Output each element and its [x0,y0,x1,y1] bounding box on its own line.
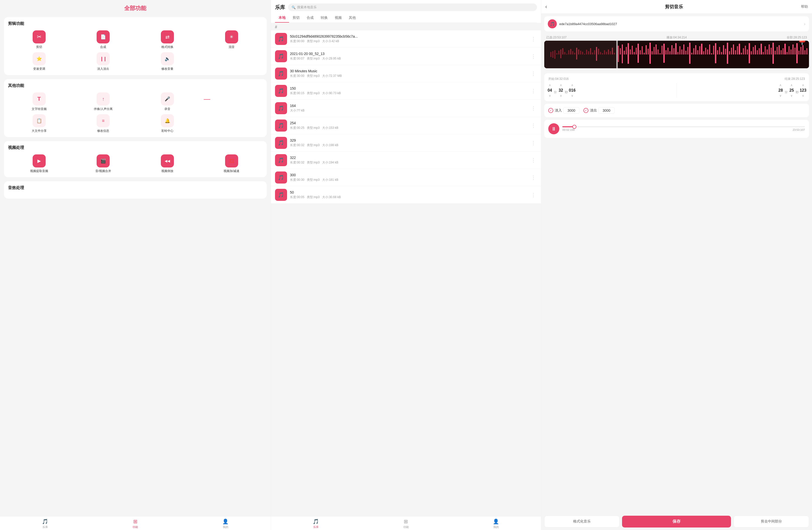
end-hours-down[interactable]: ∨ [778,94,783,98]
track-name: 150 [290,86,527,90]
more-icon[interactable]: ⋮ [530,53,537,59]
more-icon[interactable]: ⋮ [530,105,537,111]
start-min-down[interactable]: ∨ [558,94,564,98]
track-info: 50c01294df9d48902639978235bcb56c7a... 长度… [290,34,527,43]
pause-button[interactable]: ⏸ [548,123,559,134]
help-button[interactable]: 帮助 [801,4,808,9]
track-info: 50 长度:00:05 类型:mp3 大小:30.68 kB [290,190,527,199]
end-minutes: ∧ 25 ∨ [789,83,795,98]
time-selected: 已选:23:53:107 [546,35,567,40]
func-ringtone[interactable]: 🔔 彩铃中心 [136,114,199,133]
list-item[interactable]: 🎵 254 长度:00:25 类型:mp3 大小:153 kB ⋮ [271,117,541,134]
back-button[interactable]: ‹ [545,3,547,10]
tab-cut[interactable]: 剪切 [289,14,303,23]
func-info[interactable]: ≡ 修改信息 [72,114,134,133]
playback-times: 00:02:198 23:53:107 [562,128,805,131]
end-label: 结束:28:25:123 [785,77,805,81]
nav2-library-icon: 🎵 [313,518,319,525]
list-item[interactable]: 🎵 329 长度:00:32 类型:mp3 大小:198 kB ⋮ [271,134,541,152]
speed2-icon: 💢 [225,154,238,168]
end-min-up[interactable]: ∧ [789,83,794,87]
end-sec-down[interactable]: ∨ [800,94,806,98]
more-icon[interactable]: ⋮ [530,174,537,181]
start-hours-up[interactable]: ∧ [547,83,553,87]
nav1-mine[interactable]: 👤 我的 [180,518,271,529]
start-sec-up[interactable]: ∧ [570,83,575,87]
func-share[interactable]: 📋 大文件分享 [8,114,70,133]
more-icon[interactable]: ⋮ [530,157,537,163]
tab-local[interactable]: 本地 [275,14,289,23]
nav1-function[interactable]: ⊞ 功能 [90,518,181,529]
editor-track-row[interactable]: 🎵 ede7a1b89a4474cc03506aa98bad1027 › [544,16,809,31]
more-icon[interactable]: ⋮ [530,123,537,129]
playback-slider[interactable] [562,126,805,127]
nav2-library[interactable]: 🎵 乐库 [271,518,361,529]
func-speed2[interactable]: 💢 视频加/减速 [201,154,263,173]
func-volume[interactable]: 🔈 修改音量 [136,52,199,71]
time-labels-row: 开始:04:32:016 结束:28:25:123 [547,77,807,81]
list-item[interactable]: 🎵 2021-01-20 00_52_13 长度:00:07 类型:mp3 大小… [271,48,541,65]
fade-in-check[interactable]: ✓ [548,108,553,113]
track-icon: 🎵 [548,19,557,28]
func-merge[interactable]: 📄 合成 [72,30,134,49]
more-icon[interactable]: ⋮ [530,192,537,198]
end-sec-up[interactable]: ∧ [800,83,806,87]
func-fade[interactable]: ❙❙ 淡入淡出 [72,52,134,71]
track-thumb: 🎵 [275,171,287,184]
list-item[interactable]: 🎵 164 大小:?? kB ⋮ [271,100,541,117]
tab-convert[interactable]: 转换 [317,14,331,23]
fade-out-check[interactable]: ✓ [583,108,589,113]
fade-out-input[interactable] [598,107,614,114]
list-item[interactable]: 🎵 30 Minutes Music 长度:30:00 类型:mp3 大小:72… [271,65,541,82]
save-button[interactable]: 保存 [622,516,731,528]
start-hours-down[interactable]: ∨ [547,94,553,98]
fade-icon: ❙❙ [97,52,110,65]
play-current: 00:02:198 [562,128,575,131]
track-thumb: 🎵 [275,68,287,80]
more-icon[interactable]: ⋮ [530,71,537,76]
track-name: 164 [290,104,527,108]
more-icon[interactable]: ⋮ [530,140,537,146]
tab-video[interactable]: 视频 [331,14,345,23]
func-speed[interactable]: ⭐ 变速变调 [8,52,70,71]
func-record[interactable]: 🎤 录音 [136,92,199,111]
func-mix[interactable]: ✳ 混音 [201,30,263,49]
tts-icon: T [33,92,46,105]
fade-in-input[interactable] [563,107,579,114]
waveform[interactable]: // Generate waveform bars via inline gen… [544,41,809,68]
func-tts[interactable]: T 文字转音频 [8,92,70,111]
func-format[interactable]: ⇄ 格式转换 [136,30,199,49]
list-item[interactable]: 🎵 300 长度:00:30 类型:mp3 大小:181 kB ⋮ [271,169,541,186]
nav2-mine[interactable]: 👤 我的 [451,518,541,529]
func-avmerge[interactable]: 🎬 音/视频合并 [72,154,134,173]
tab-other[interactable]: 其他 [345,14,359,23]
nav1-library[interactable]: 🎵 乐库 [0,518,90,529]
end-hours-up[interactable]: ∧ [778,83,783,87]
list-item[interactable]: 🎵 322 长度:00:32 类型:mp3 大小:194 kB ⋮ [271,152,541,169]
trim-middle-button[interactable]: 剪去中间部分 [734,516,809,528]
end-min-down[interactable]: ∨ [789,94,794,98]
library-search[interactable]: 🔍 搜索本地音乐 [288,3,537,11]
mix-icon: ✳ [225,30,238,43]
format-music-button[interactable]: 格式化音乐 [544,516,620,528]
func-reverse[interactable]: ◀◀ 视频倒放 [136,154,199,173]
track-meta: 长度:00:00 类型:mp3 大小:3.42 kB [290,39,527,43]
func-cut[interactable]: ✂ 剪切 [8,30,70,49]
start-min-up[interactable]: ∧ [558,83,564,87]
speed-icon: ⭐ [33,52,46,65]
list-item[interactable]: 🎵 50c01294df9d48902639978235bcb56c7a... … [271,30,541,47]
track-info: 322 长度:00:32 类型:mp3 大小:194 kB [290,156,527,165]
list-item[interactable]: 🎵 150 长度:00:15 类型:mp3 大小:90.73 kB ⋮ [271,82,541,99]
start-sec-down[interactable]: ∨ [570,94,575,98]
tab-merge[interactable]: 合成 [303,14,317,23]
list-item[interactable]: 🎵 50 长度:00:05 类型:mp3 大小:30.68 kB ⋮ [271,186,541,203]
more-icon[interactable]: ⋮ [530,36,537,42]
track-info: 254 长度:00:25 类型:mp3 大小:153 kB [290,121,527,130]
track-thumb: 🎵 [275,85,287,97]
nav2-function[interactable]: ⊞ 功能 [361,518,451,529]
volume-label: 修改音量 [161,67,173,71]
more-icon[interactable]: ⋮ [530,88,537,94]
func-extract[interactable]: ▶ 视频提取音频 [8,154,70,173]
func-vocal[interactable]: ↑ 伴奏/人声分离 [72,92,134,111]
start-label: 开始:04:32:016 [548,77,569,81]
